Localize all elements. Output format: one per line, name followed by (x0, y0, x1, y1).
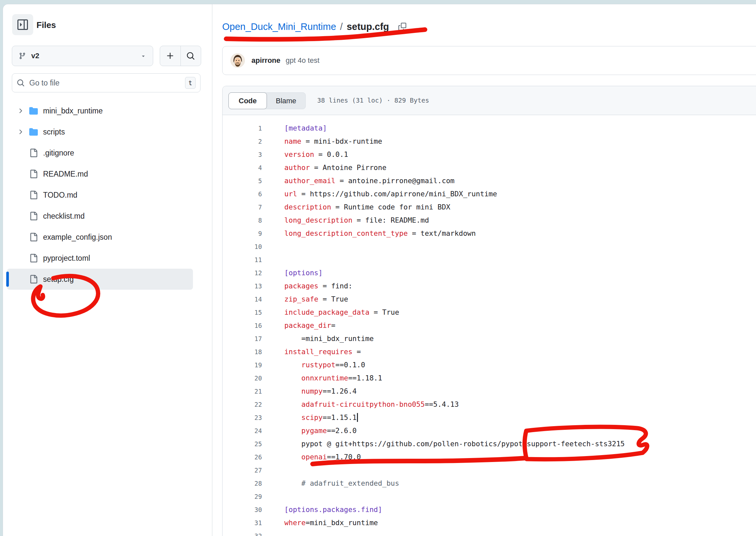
search-tree-button[interactable] (180, 46, 201, 66)
file-icon (29, 275, 38, 284)
code-line: 5 author_email = antoine.pirrone@gmail.c… (223, 174, 756, 187)
line-number[interactable]: 18 (223, 345, 262, 358)
tree-item-setup-cfg[interactable]: setup.cfg (7, 269, 193, 290)
line-number[interactable]: 3 (223, 148, 262, 161)
line-content: pypot @ git+https://github.com/pollen-ro… (284, 437, 625, 451)
line-number[interactable]: 13 (223, 280, 262, 293)
line-number[interactable]: 29 (223, 490, 262, 503)
file-icon (29, 170, 38, 178)
chevron-right-icon (17, 107, 24, 115)
line-number[interactable]: 16 (223, 319, 262, 332)
branch-selector[interactable]: v2 (12, 46, 153, 66)
line-content: openai==1.70.0 (284, 451, 361, 464)
tree-item-checklist-md[interactable]: checklist.md (7, 206, 193, 226)
file-icon (29, 233, 38, 241)
code-line: 8 long_description = file: README.md (223, 214, 756, 227)
line-content: author_email = antoine.pirrone@gmail.com (284, 174, 455, 187)
file-name: scripts (43, 128, 65, 136)
line-content: url = https://github.com/apirrone/mini_B… (284, 187, 497, 201)
line-number[interactable]: 2 (223, 135, 262, 148)
go-to-file-placeholder: Go to file (29, 79, 185, 87)
breadcrumb-separator: / (340, 21, 343, 32)
line-number[interactable]: 31 (223, 516, 262, 529)
code-line: 25 pypot @ git+https://github.com/pollen… (223, 437, 756, 451)
code-line: 7 description = Runtime code for mini BD… (223, 201, 756, 214)
line-number[interactable]: 7 (223, 201, 262, 214)
line-number[interactable]: 4 (223, 161, 262, 174)
tree-item--gitignore[interactable]: .gitignore (7, 142, 193, 163)
line-number[interactable]: 25 (223, 437, 262, 451)
line-number[interactable]: 5 (223, 174, 262, 187)
line-number[interactable]: 9 (223, 227, 262, 240)
line-number[interactable]: 8 (223, 214, 262, 227)
line-number[interactable]: 26 (223, 451, 262, 464)
folder-icon (29, 107, 38, 115)
file-icon (29, 254, 38, 262)
line-content: # adafruit_extended_bus (284, 477, 399, 490)
breadcrumb-repo-link[interactable]: Open_Duck_Mini_Runtime (222, 21, 336, 32)
sidebar-collapse-icon (17, 19, 28, 30)
line-content: install_requires = (284, 345, 361, 358)
file-name: setup.cfg (43, 275, 74, 284)
line-content: [options] (284, 266, 323, 280)
line-content: long_description_content_type = text/mar… (284, 227, 476, 240)
search-icon (17, 79, 25, 87)
tree-item-mini-bdx-runtime[interactable]: mini_bdx_runtime (7, 100, 193, 121)
line-number[interactable]: 30 (223, 503, 262, 516)
line-content: where=mini_bdx_runtime (284, 516, 378, 529)
line-number[interactable]: 19 (223, 358, 262, 372)
line-number[interactable]: 21 (223, 385, 262, 398)
code-line: 32 (223, 529, 756, 536)
code-line: 2 name = mini-bdx-runtime (223, 135, 756, 148)
go-to-file-input[interactable]: Go to file t (12, 73, 201, 92)
new-file-button[interactable] (160, 46, 180, 66)
tab-blame[interactable]: Blame (267, 93, 305, 109)
tab-code[interactable]: Code (229, 92, 267, 109)
code-line: 11 (223, 253, 756, 266)
chevron-right-icon (17, 128, 24, 135)
line-content: version = 0.0.1 (284, 148, 348, 161)
tree-item-scripts[interactable]: scripts (7, 121, 193, 142)
line-number[interactable]: 14 (223, 293, 262, 306)
tree-item-todo-md[interactable]: TODO.md (7, 184, 193, 206)
code-blame-tabs: CodeBlame (229, 92, 306, 109)
collapse-sidebar-button[interactable] (12, 14, 33, 35)
line-number[interactable]: 22 (223, 398, 262, 411)
line-content: author = Antoine Pirrone (284, 161, 387, 174)
line-number[interactable]: 1 (223, 122, 262, 135)
latest-commit-bar[interactable]: apirrone gpt 4o test (222, 46, 756, 75)
line-content: scipy==1.15.1 (284, 411, 358, 424)
line-number[interactable]: 17 (223, 332, 262, 345)
line-content: =mini_bdx_runtime (284, 332, 374, 345)
line-number[interactable]: 10 (223, 240, 262, 253)
file-tree-sidebar: Files v2 Go to file t mini_bdx_runtime (3, 4, 212, 536)
line-number[interactable]: 11 (223, 253, 262, 266)
selected-file-indicator (6, 272, 9, 287)
line-number[interactable]: 20 (223, 372, 262, 385)
line-number[interactable]: 28 (223, 477, 262, 490)
commit-message: gpt 4o test (286, 56, 320, 65)
code-line: 13 packages = find: (223, 280, 756, 293)
line-number[interactable]: 27 (223, 464, 262, 477)
line-number[interactable]: 6 (223, 187, 262, 201)
code-line: 3 version = 0.0.1 (223, 148, 756, 161)
code-line: 14 zip_safe = True (223, 293, 756, 306)
file-name: checklist.md (43, 212, 85, 221)
line-number[interactable]: 12 (223, 266, 262, 280)
line-content: include_package_data = True (284, 306, 399, 319)
copy-path-button[interactable] (398, 23, 406, 31)
line-number[interactable]: 32 (223, 529, 262, 536)
line-number[interactable]: 24 (223, 424, 262, 437)
line-number[interactable]: 23 (223, 411, 262, 424)
line-number[interactable]: 15 (223, 306, 262, 319)
file-meta-info: 38 lines (31 loc) · 829 Bytes (317, 86, 429, 115)
line-content: pygame==2.6.0 (284, 424, 357, 437)
tree-item-readme-md[interactable]: README.md (7, 163, 193, 184)
sidebar-title: Files (37, 20, 56, 30)
code-line: 22 adafruit-circuitpython-bno055==5.4.13 (223, 398, 756, 411)
line-content: name = mini-bdx-runtime (284, 135, 382, 148)
tree-item-pyproject-toml[interactable]: pyproject.toml (7, 248, 193, 269)
tree-item-example-config-json[interactable]: example_config.json (7, 226, 193, 248)
text-cursor (357, 413, 358, 422)
line-content: rustypot==0.1.0 (284, 358, 365, 372)
